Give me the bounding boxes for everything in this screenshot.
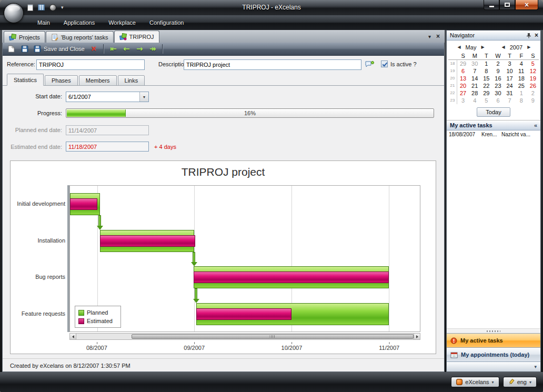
calendar-day[interactable]: 6 <box>492 97 504 104</box>
calendar-day[interactable]: 6 <box>457 68 469 74</box>
calendar-day[interactable]: 8 <box>516 97 527 104</box>
save-and-close-button[interactable]: Save and Close <box>32 44 87 55</box>
save-and-close-label: Save and Close <box>44 46 85 52</box>
pin-icon[interactable] <box>526 33 531 38</box>
calendar-day[interactable]: 1 <box>480 61 492 67</box>
calendar-day[interactable]: 8 <box>480 68 492 74</box>
comments-icon[interactable] <box>365 61 374 68</box>
calendar-day[interactable]: 27 <box>457 90 469 96</box>
menu-workplace[interactable]: Workplace <box>102 17 143 28</box>
calendar-day[interactable]: 22 <box>480 83 492 89</box>
is-active-checkbox[interactable] <box>381 61 388 67</box>
calendar-day[interactable]: 13 <box>457 75 469 82</box>
new-button[interactable] <box>5 44 17 55</box>
calendar-day[interactable]: 18 <box>516 75 527 82</box>
calendar-day[interactable]: 15 <box>480 75 492 82</box>
calendar-day[interactable]: 20 <box>457 83 469 89</box>
tab-projects[interactable]: Projects <box>4 31 45 43</box>
tab-close-icon[interactable]: × <box>436 33 440 39</box>
titlebar[interactable]: ▾ TRIPROJ - eXcelans × <box>0 0 543 15</box>
combo-dropdown-button[interactable]: ▾ <box>139 92 148 102</box>
calendar-day[interactable]: 3 <box>504 61 516 67</box>
calendar-day[interactable]: 16 <box>492 75 504 82</box>
calendar-day[interactable]: 28 <box>469 90 480 96</box>
task-list-item[interactable]: 18/08/2007 Kren... Nazicht va... <box>447 130 540 138</box>
go-last-button[interactable]: ↠ <box>147 44 159 55</box>
save-button[interactable] <box>18 44 31 55</box>
scroll-right-button[interactable] <box>414 334 420 339</box>
calendar-day[interactable]: 9 <box>527 97 539 104</box>
calendar-day[interactable]: 17 <box>504 75 516 82</box>
calendar-day[interactable]: 31 <box>504 90 516 96</box>
calendar-day[interactable]: 9 <box>492 68 504 74</box>
calendar-day[interactable]: 7 <box>469 68 480 74</box>
next-month-icon[interactable]: ▶ <box>481 45 484 49</box>
calendar-month[interactable]: May <box>466 44 477 51</box>
subtab-statistics[interactable]: Statistics <box>7 74 44 86</box>
description-input[interactable] <box>184 59 361 70</box>
subtab-links[interactable]: Links <box>118 75 145 86</box>
calendar-day[interactable]: 2 <box>492 61 504 67</box>
my-active-tasks-button[interactable]: My active tasks <box>447 333 540 347</box>
calendar-day[interactable]: 30 <box>469 61 480 67</box>
minimize-button[interactable] <box>484 0 499 10</box>
calendar-day[interactable]: 14 <box>469 75 480 82</box>
go-previous-button[interactable]: ← <box>120 44 133 55</box>
maximize-button[interactable] <box>499 0 515 10</box>
calendar-day[interactable]: 12 <box>527 68 539 74</box>
tab-triproj[interactable]: TRIPROJ <box>114 31 159 43</box>
menu-applications[interactable]: Applications <box>57 17 102 28</box>
calendar-day[interactable]: 29 <box>457 61 469 67</box>
calendar-day[interactable]: 29 <box>480 90 492 96</box>
previous-month-icon[interactable]: ◀ <box>457 45 460 49</box>
excelans-menu[interactable]: eXcelans ▾ <box>451 377 499 387</box>
calendar-day[interactable]: 19 <box>527 75 539 82</box>
calendar-day[interactable]: 2 <box>527 90 539 96</box>
day-header: W <box>492 53 504 59</box>
calendar-day[interactable]: 5 <box>480 97 492 104</box>
scrollbar-thumb[interactable] <box>132 334 414 339</box>
next-year-icon[interactable]: ▶ <box>527 45 530 49</box>
calendar-day[interactable]: 5 <box>527 61 539 67</box>
calendar-day[interactable]: 1 <box>516 90 527 96</box>
tab-list-dropdown-icon[interactable]: ▾ <box>428 34 431 39</box>
my-appointments-button[interactable]: My appointments (today) <box>447 347 540 361</box>
close-button[interactable]: × <box>515 0 538 10</box>
previous-year-icon[interactable]: ◀ <box>502 45 505 49</box>
panel-splitter[interactable] <box>447 328 540 333</box>
calendar-day[interactable]: 30 <box>492 90 504 96</box>
subtab-phases[interactable]: Phases <box>45 75 78 86</box>
menu-main[interactable]: Main <box>31 17 57 28</box>
calendar-day[interactable]: 21 <box>469 83 480 89</box>
today-button[interactable]: Today <box>477 107 510 117</box>
calendar-day[interactable]: 4 <box>516 61 527 67</box>
save-icon <box>21 45 28 53</box>
calendar-day[interactable]: 7 <box>504 97 516 104</box>
go-last-icon: ↠ <box>149 45 156 53</box>
menu-configuration[interactable]: Configuration <box>143 17 190 28</box>
tab-bug-reports-tasks[interactable]: 'Bug reports' tasks <box>46 31 114 43</box>
scroll-left-button[interactable] <box>70 334 76 339</box>
collapse-icon[interactable]: « <box>534 122 537 128</box>
navigator-close-icon[interactable]: × <box>535 32 538 38</box>
calendar-day[interactable]: 10 <box>504 68 516 74</box>
calendar-day[interactable]: 24 <box>504 83 516 89</box>
calendar-day[interactable]: 26 <box>527 83 539 89</box>
language-menu[interactable]: eng ▾ <box>503 377 537 387</box>
app-logo-orb[interactable] <box>4 3 24 23</box>
calendar-day[interactable]: 11 <box>516 68 527 74</box>
reference-input[interactable] <box>36 59 145 70</box>
calendar-day[interactable]: 23 <box>492 83 504 89</box>
subtab-members[interactable]: Members <box>79 75 117 86</box>
panel-options-chevron-icon[interactable]: ▾ <box>534 364 537 369</box>
delete-button[interactable]: × <box>88 44 100 55</box>
calendar-day[interactable]: 4 <box>469 97 480 104</box>
go-next-button[interactable]: → <box>134 44 146 55</box>
chart-horizontal-scrollbar[interactable] <box>69 333 420 340</box>
calendar-day[interactable]: 25 <box>516 83 527 89</box>
calendar-year[interactable]: 2007 <box>510 44 522 51</box>
go-first-button[interactable]: ⇤ <box>107 44 119 55</box>
calendar-day[interactable]: 3 <box>457 97 469 104</box>
start-date-combobox[interactable]: 6/1/2007 ▾ <box>66 92 149 102</box>
estimated-end-date-input[interactable] <box>66 142 149 152</box>
